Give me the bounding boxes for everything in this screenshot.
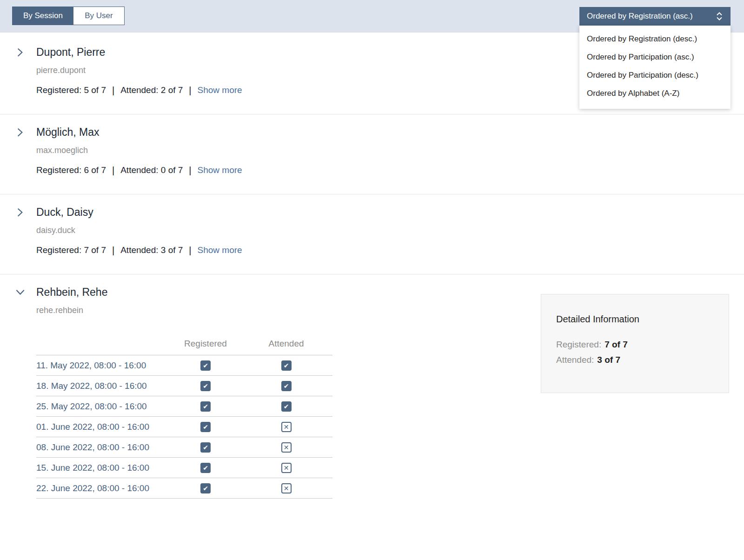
attended-summary: Attended: 2 of 7 (120, 85, 183, 96)
user-stats: Registered: 5 of 7 | Attended: 2 of 7 | … (36, 85, 744, 96)
attended-checkbox[interactable] (281, 483, 292, 493)
separator: | (112, 85, 114, 96)
sort-dropdown-header[interactable]: Ordered by Registration (asc.) (579, 7, 731, 26)
session-table: Registered Attended 11. May 2022, 08:00 … (36, 338, 332, 499)
separator: | (189, 165, 191, 176)
separator: | (112, 165, 114, 176)
topbar: By Session By User Ordered by Registrati… (0, 0, 744, 33)
attended-column-header: Attended (240, 338, 332, 349)
attended-checkbox[interactable] (281, 381, 292, 391)
expand-chevron-right-icon[interactable] (14, 126, 26, 138)
detail-registered-value: 7 of 7 (604, 340, 628, 349)
session-row: 18. May 2022, 08:00 - 16:00 (36, 376, 332, 396)
user-name: Duck, Daisy (36, 206, 744, 219)
session-table-header: Registered Attended (36, 338, 332, 355)
user-row-moeglich: Möglich, Max max.moeglich Registered: 6 … (0, 114, 744, 194)
detailed-information-panel: Detailed Information Registered:7 of 7 A… (541, 294, 729, 393)
detail-attended-value: 3 of 7 (597, 355, 620, 365)
expand-chevron-right-icon[interactable] (14, 206, 26, 218)
detail-registered-label: Registered: (556, 340, 601, 349)
user-username: pierre.dupont (36, 65, 744, 76)
detail-registered-row: Registered:7 of 7 (556, 337, 714, 352)
detail-attended-row: Attended:3 of 7 (556, 352, 714, 367)
registered-summary: Registered: 5 of 7 (36, 85, 106, 96)
sort-dropdown: Ordered by Registration (asc.) Ordered b… (579, 7, 731, 26)
show-more-link[interactable]: Show more (198, 245, 242, 256)
session-date: 08. June 2022, 08:00 - 16:00 (36, 442, 171, 453)
session-date: 22. June 2022, 08:00 - 16:00 (36, 483, 171, 493)
user-row-dupont: Dupont, Pierre pierre.dupont Registered:… (0, 33, 744, 114)
session-date: 18. May 2022, 08:00 - 16:00 (36, 381, 171, 391)
session-row: 15. June 2022, 08:00 - 16:00 (36, 458, 332, 478)
registered-checkbox[interactable] (200, 463, 211, 473)
attended-checkbox[interactable] (281, 463, 292, 473)
user-stats: Registered: 6 of 7 | Attended: 0 of 7 | … (36, 165, 744, 176)
user-username: daisy.duck (36, 225, 744, 236)
registered-checkbox[interactable] (200, 442, 211, 453)
attended-checkbox[interactable] (281, 360, 292, 371)
attended-checkbox[interactable] (281, 442, 292, 453)
show-more-link[interactable]: Show more (198, 165, 242, 176)
detail-panel-title: Detailed Information (556, 313, 714, 325)
session-date: 01. June 2022, 08:00 - 16:00 (36, 422, 171, 432)
session-row: 11. May 2022, 08:00 - 16:00 (36, 355, 332, 376)
view-toggle-group: By Session By User (12, 7, 125, 25)
registered-checkbox[interactable] (200, 422, 211, 432)
separator: | (112, 245, 114, 256)
registered-summary: Registered: 7 of 7 (36, 245, 106, 256)
session-row: 25. May 2022, 08:00 - 16:00 (36, 396, 332, 417)
session-row: 01. June 2022, 08:00 - 16:00 (36, 417, 332, 437)
chevron-up-down-icon (714, 11, 724, 24)
attended-checkbox[interactable] (281, 401, 292, 412)
registered-column-header: Registered (171, 338, 240, 349)
show-more-link[interactable]: Show more (198, 85, 242, 96)
attended-summary: Attended: 3 of 7 (120, 245, 183, 256)
separator: | (189, 245, 191, 256)
session-row: 08. June 2022, 08:00 - 16:00 (36, 437, 332, 458)
user-row-rehbein-expanded: Rehbein, Rehe rehe.rehbein Registered At… (0, 274, 744, 517)
by-session-button[interactable]: By Session (13, 7, 73, 25)
detail-attended-label: Attended: (556, 355, 594, 365)
attended-summary: Attended: 0 of 7 (120, 165, 183, 176)
registered-summary: Registered: 6 of 7 (36, 165, 106, 176)
user-row-duck: Duck, Daisy daisy.duck Registered: 7 of … (0, 194, 744, 274)
registered-checkbox[interactable] (200, 381, 211, 391)
registered-checkbox[interactable] (200, 483, 211, 493)
session-date: 11. May 2022, 08:00 - 16:00 (36, 360, 171, 371)
attended-checkbox[interactable] (281, 422, 292, 432)
registered-checkbox[interactable] (200, 401, 211, 412)
user-username: max.moeglich (36, 145, 744, 156)
user-list: Dupont, Pierre pierre.dupont Registered:… (0, 33, 744, 517)
expand-chevron-right-icon[interactable] (14, 46, 26, 58)
sort-selected-label: Ordered by Registration (asc.) (587, 12, 693, 21)
user-name: Möglich, Max (36, 126, 744, 139)
session-date: 25. May 2022, 08:00 - 16:00 (36, 401, 171, 412)
user-stats: Registered: 7 of 7 | Attended: 3 of 7 | … (36, 245, 744, 256)
by-user-button[interactable]: By User (73, 7, 124, 25)
collapse-chevron-down-icon[interactable] (14, 286, 26, 298)
session-date: 15. June 2022, 08:00 - 16:00 (36, 463, 171, 473)
separator: | (189, 85, 191, 96)
user-name: Dupont, Pierre (36, 46, 744, 59)
session-row: 22. June 2022, 08:00 - 16:00 (36, 478, 332, 499)
registered-checkbox[interactable] (200, 360, 211, 371)
